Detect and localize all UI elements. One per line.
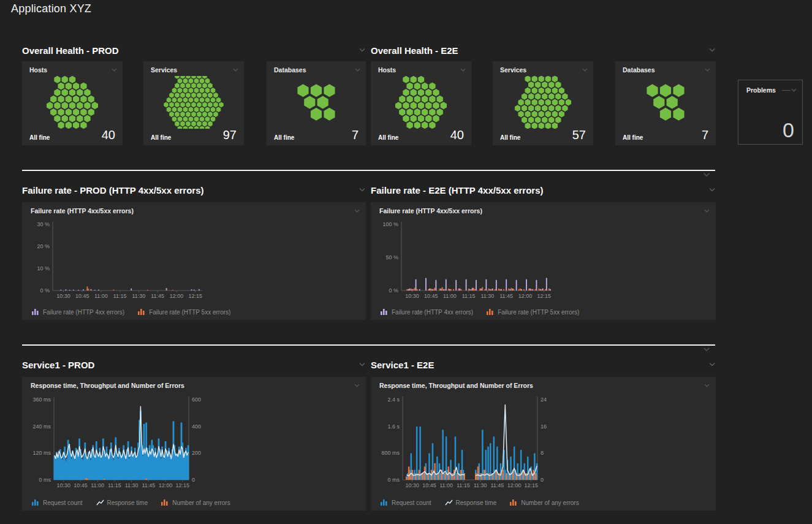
chart-tile-service-e2e[interactable]: Response time, Throughput and Number of … — [371, 377, 716, 511]
health-tile-hosts-e2e[interactable]: Hosts All fine40 — [371, 61, 471, 145]
svg-text:10:30: 10:30 — [56, 293, 70, 299]
entity-count: 40 — [102, 129, 115, 141]
status-text: All fine — [500, 134, 520, 141]
entity-count: 97 — [223, 129, 237, 141]
chevron-down-icon[interactable] — [359, 48, 366, 53]
legend-item[interactable]: Failure rate (HTTP 4xx errors) — [381, 308, 473, 316]
tile-title: Hosts — [378, 66, 396, 74]
svg-text:0 %: 0 % — [40, 287, 50, 294]
honeycomb-databases-e2e[interactable] — [615, 76, 716, 129]
svg-text:800 ms: 800 ms — [381, 450, 400, 456]
bar-series-icon — [381, 499, 389, 506]
chart-tile-service-prod[interactable]: Response time, Throughput and Number of … — [22, 377, 366, 511]
bar-series-icon — [32, 308, 40, 316]
legend-label: Number of any errors — [172, 499, 230, 506]
section-header-service-prod: Service1 - PROD — [22, 358, 366, 371]
svg-text:12:00: 12:00 — [507, 482, 522, 488]
svg-text:10:45: 10:45 — [74, 482, 88, 488]
chevron-down-icon[interactable] — [791, 88, 797, 93]
chevron-down-icon[interactable] — [702, 172, 711, 178]
chart-title: Response time, Throughput and Number of … — [379, 382, 533, 389]
svg-text:0 ms: 0 ms — [39, 477, 51, 483]
chart-tile-failure-e2e[interactable]: Failure rate (HTTP 4xx/5xx errors) 0 %50… — [371, 202, 716, 320]
chevron-down-icon[interactable] — [708, 48, 716, 53]
health-tile-services-e2e[interactable]: Services All fine57 — [493, 61, 593, 145]
bar-series-icon — [161, 499, 169, 506]
honeycomb-hosts-prod[interactable] — [22, 76, 123, 129]
honeycomb-services-e2e[interactable] — [493, 76, 593, 129]
svg-text:30 %: 30 % — [37, 221, 50, 227]
section-header-service-e2e: Service1 - E2E — [371, 358, 716, 371]
health-tile-databases-prod[interactable]: Databases All fine7 — [267, 61, 366, 145]
health-tile-services-prod[interactable]: Services All fine97 — [143, 61, 244, 145]
legend-item[interactable]: Number of any errors — [510, 499, 579, 506]
failure-rate-chart-e2e[interactable]: 0 %50 %100 %10:3010:4511:0011:1511:3011:… — [374, 218, 558, 300]
svg-text:11:30: 11:30 — [125, 482, 138, 488]
failure-rate-chart-prod[interactable]: 0 %10 %20 %30 %10:3010:4511:0011:1511:30… — [26, 218, 210, 300]
svg-text:10:45: 10:45 — [75, 293, 89, 299]
svg-text:12:15: 12:15 — [525, 482, 539, 488]
chevron-down-icon[interactable] — [359, 188, 366, 192]
svg-text:11:45: 11:45 — [142, 482, 155, 488]
section-header-health-e2e: Overall Health - E2E — [371, 44, 716, 57]
legend-item[interactable]: Response time — [445, 499, 497, 506]
legend-item[interactable]: Response time — [96, 499, 148, 506]
chevron-down-icon[interactable] — [582, 68, 588, 72]
service-chart-e2e[interactable]: 0 ms800 ms1.6 s2.4 s08162410:3010:4511:0… — [374, 393, 558, 490]
svg-text:11:15: 11:15 — [462, 293, 476, 299]
legend-item[interactable]: Failure rate (HTTP 5xx errors) — [487, 308, 579, 316]
problems-tile[interactable]: Problems 0 — [738, 80, 803, 145]
legend-item[interactable]: Failure rate (HTTP 4xx errors) — [32, 308, 124, 316]
section-divider — [22, 170, 715, 171]
svg-text:10 %: 10 % — [37, 265, 50, 271]
chevron-down-icon[interactable] — [704, 384, 710, 388]
chevron-down-icon[interactable] — [232, 68, 239, 72]
entity-count: 7 — [702, 129, 708, 141]
chevron-down-icon[interactable] — [460, 68, 466, 72]
chevron-down-icon[interactable] — [354, 68, 361, 72]
svg-text:120 ms: 120 ms — [32, 450, 51, 456]
section-title-service-e2e: Service1 - E2E — [371, 360, 434, 370]
section-header-health-prod: Overall Health - PROD — [22, 44, 366, 57]
legend-item[interactable]: Failure rate (HTTP 5xx errors) — [138, 308, 230, 316]
honeycomb-services-prod[interactable] — [143, 76, 244, 129]
chart-tile-failure-prod[interactable]: Failure rate (HTTP 4xx/5xx errors) 0 %10… — [22, 202, 366, 320]
entity-count: 7 — [352, 129, 359, 141]
chevron-down-icon[interactable] — [708, 362, 716, 367]
chevron-down-icon[interactable] — [708, 188, 716, 192]
legend-item[interactable]: Request count — [32, 499, 83, 506]
health-tile-databases-e2e[interactable]: Databases All fine7 — [615, 61, 716, 145]
legend-item[interactable]: Request count — [381, 499, 431, 506]
svg-text:10:45: 10:45 — [424, 293, 438, 299]
chevron-down-icon[interactable] — [359, 362, 366, 367]
svg-text:11:15: 11:15 — [108, 482, 121, 488]
legend-label: Response time — [107, 499, 148, 506]
chevron-down-icon[interactable] — [354, 209, 360, 213]
svg-text:2.4 s: 2.4 s — [387, 397, 400, 403]
chevron-down-icon[interactable] — [702, 347, 711, 352]
chevron-down-icon[interactable] — [111, 68, 118, 72]
chevron-down-icon[interactable] — [704, 209, 710, 213]
svg-text:12:00: 12:00 — [170, 293, 184, 299]
service-chart-prod[interactable]: 0 ms120 ms240 ms360 ms020040060010:3010:… — [26, 393, 210, 490]
legend-item[interactable]: Number of any errors — [161, 499, 230, 506]
tile-title: Services — [500, 66, 526, 74]
status-text: All fine — [29, 134, 50, 141]
line-series-icon — [445, 499, 453, 506]
svg-text:12:15: 12:15 — [176, 482, 190, 488]
honeycomb-databases-prod[interactable] — [267, 76, 366, 129]
svg-text:20 %: 20 % — [37, 243, 50, 249]
chevron-down-icon[interactable] — [704, 68, 711, 72]
honeycomb-hosts-e2e[interactable] — [371, 76, 471, 129]
svg-text:100 %: 100 % — [382, 221, 398, 227]
chart-legend: Request countResponse timeNumber of any … — [32, 499, 230, 506]
section-title-health-prod: Overall Health - PROD — [22, 45, 119, 56]
svg-text:11:30: 11:30 — [132, 293, 146, 299]
health-tile-hosts-prod[interactable]: Hosts All fine40 — [22, 61, 123, 145]
dashboard: Application XYZ Overall Health - PROD Ov… — [0, 0, 812, 524]
svg-text:11:15: 11:15 — [457, 482, 470, 488]
section-header-failure-prod: Failure rate - PROD (HTTP 4xx/5xx errors… — [22, 183, 366, 197]
svg-text:10:30: 10:30 — [405, 293, 419, 299]
status-text: All fine — [151, 134, 171, 141]
chevron-down-icon[interactable] — [354, 384, 360, 388]
